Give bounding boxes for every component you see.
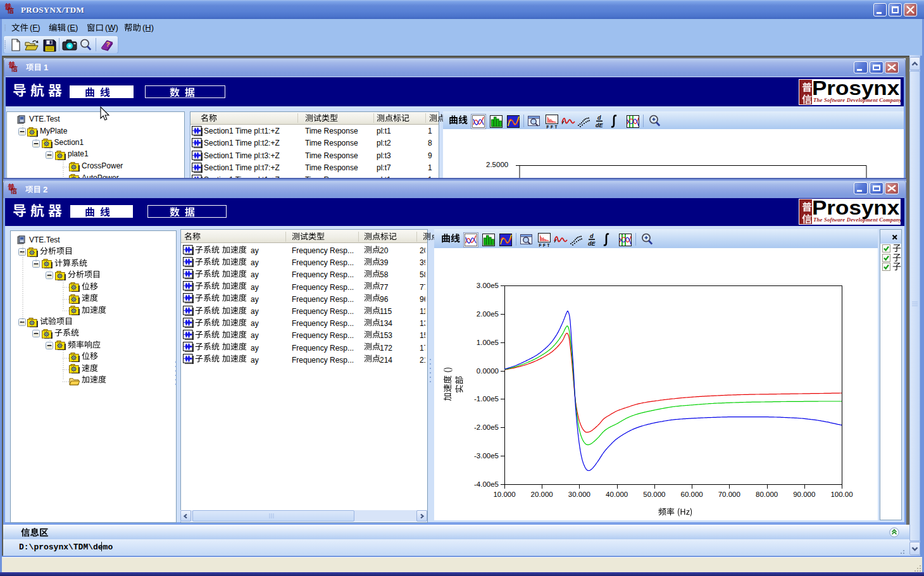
svg-text:-1.00e5: -1.00e5 — [474, 395, 499, 403]
svg-text:dE: dE — [596, 122, 603, 128]
svg-text:d: d — [597, 115, 601, 121]
svg-text:80.000: 80.000 — [756, 491, 778, 498]
svg-text:3.00e5: 3.00e5 — [477, 282, 499, 289]
svg-text:-2.00e5: -2.00e5 — [474, 423, 499, 431]
svg-text:0.0000: 0.0000 — [477, 367, 499, 375]
svg-text:-4.00e5: -4.00e5 — [474, 480, 499, 488]
svg-text:90.000: 90.000 — [793, 491, 815, 498]
svg-text:40.000: 40.000 — [606, 491, 628, 498]
svg-text:20.000: 20.000 — [531, 491, 553, 498]
svg-text:F F T: F F T — [547, 125, 558, 129]
svg-text:50.000: 50.000 — [643, 491, 665, 498]
svg-text:30.000: 30.000 — [568, 491, 590, 498]
svg-text:d: d — [590, 233, 594, 239]
svg-text:1.00e5: 1.00e5 — [477, 339, 499, 346]
svg-text:-3.00e5: -3.00e5 — [474, 452, 499, 460]
svg-text:60.000: 60.000 — [681, 491, 703, 498]
svg-text:100.00: 100.00 — [830, 491, 852, 498]
svg-text:dE: dE — [588, 241, 596, 247]
svg-text:70.000: 70.000 — [718, 491, 740, 498]
svg-text:10.000: 10.000 — [493, 491, 515, 498]
svg-text:F F T: F F T — [539, 243, 550, 247]
svg-text:2.00e5: 2.00e5 — [477, 310, 499, 318]
